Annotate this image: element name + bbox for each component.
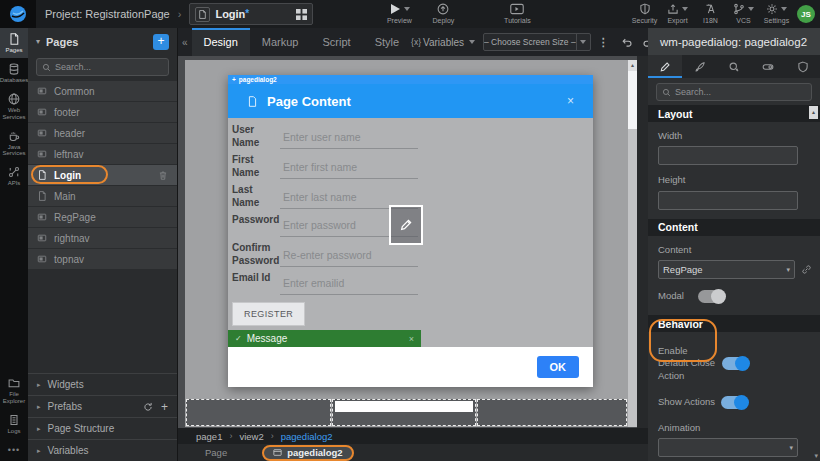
rail-overflow-dots[interactable]: •••: [0, 439, 28, 461]
undo-icon[interactable]: [620, 36, 633, 49]
collapse-triangle-icon[interactable]: ▾: [36, 37, 40, 46]
section-widgets[interactable]: ▸Widgets: [28, 373, 177, 395]
rail-item-logs[interactable]: Logs: [0, 409, 28, 439]
move-icon: +: [232, 76, 236, 83]
rail-item-databases[interactable]: Databases: [0, 58, 28, 88]
tutorials-button[interactable]: Tutorials: [495, 3, 539, 25]
pagedialog-widget[interactable]: + pagedialog2 Page Content × User Name E…: [228, 75, 593, 387]
breadcrumb-item[interactable]: page1: [196, 431, 222, 442]
page-list-item-selected[interactable]: Login: [28, 165, 177, 185]
message-close-icon[interactable]: ×: [409, 334, 414, 344]
more-options-icon[interactable]: ⋮: [598, 40, 609, 44]
canvas-scrollbar[interactable]: ▴: [628, 60, 637, 427]
top-bar: Project: RegistrationPage › Login* Previ…: [0, 0, 820, 28]
message-bar[interactable]: ✓ Message ×: [228, 330, 421, 347]
close-action-toggle[interactable]: [722, 357, 749, 370]
open-page-tab[interactable]: Login*: [189, 3, 313, 25]
deploy-button[interactable]: Deploy: [421, 3, 465, 25]
section-layout[interactable]: Layout: [648, 105, 820, 122]
dialog-close-icon[interactable]: ×: [567, 94, 574, 108]
tab-properties[interactable]: [648, 55, 682, 78]
scroll-down-icon[interactable]: ▾: [814, 452, 818, 460]
tab-device[interactable]: [751, 55, 785, 78]
layout-placeholder[interactable]: [186, 399, 331, 426]
section-behavior[interactable]: Behavior: [648, 315, 820, 332]
height-input[interactable]: [659, 194, 797, 211]
rail-item-apis[interactable]: APIs: [0, 161, 28, 191]
properties-search-input[interactable]: [675, 87, 806, 97]
page-list-item[interactable]: Main: [28, 186, 177, 206]
user-avatar[interactable]: JS: [797, 5, 815, 23]
rail-item-file-explorer[interactable]: File Explorer: [0, 372, 28, 409]
modal-toggle[interactable]: [698, 290, 725, 303]
ok-button[interactable]: OK: [537, 356, 580, 378]
delete-page-icon[interactable]: [158, 170, 168, 181]
page-list-item[interactable]: topnav: [28, 249, 177, 269]
text-input[interactable]: Enter user name: [280, 119, 418, 149]
i18n-button[interactable]: I18N: [694, 3, 727, 25]
tab-security[interactable]: [786, 55, 820, 78]
section-page-structure[interactable]: ▸Page Structure: [28, 417, 177, 439]
unsaved-marker: *: [245, 8, 249, 19]
tab-markup[interactable]: Markup: [250, 28, 311, 56]
variables-dropdown[interactable]: {x}Variables: [411, 37, 475, 48]
section-prefabs[interactable]: ▸Prefabs +: [28, 395, 177, 417]
scrollbar-thumb[interactable]: [628, 71, 637, 129]
register-button[interactable]: REGISTER: [232, 302, 305, 326]
widget-tag[interactable]: + pagedialog2: [228, 75, 593, 84]
close-action-label: Enable Default Close Action: [658, 345, 720, 382]
field-label: User Name: [232, 119, 280, 149]
wavemaker-logo-icon[interactable]: [0, 0, 36, 28]
bind-property-icon[interactable]: [801, 264, 812, 275]
add-page-button[interactable]: +: [153, 34, 169, 50]
vcs-button[interactable]: VCS: [727, 3, 760, 25]
animation-select[interactable]: ▾: [658, 438, 798, 457]
pages-search-input[interactable]: [55, 62, 163, 72]
rail-item-java-services[interactable]: Java Services: [0, 125, 28, 162]
field-label: Email Id: [232, 267, 280, 295]
grid-icon[interactable]: [296, 9, 307, 20]
width-input[interactable]: [659, 149, 797, 166]
security-button[interactable]: Security: [628, 3, 661, 25]
field-label: Password: [232, 209, 280, 237]
active-widget-tab[interactable]: pagedialog2: [262, 445, 353, 461]
page-list-item[interactable]: header: [28, 123, 177, 143]
add-prefab-icon: +: [161, 402, 168, 412]
layout-placeholder[interactable]: [477, 399, 627, 426]
text-input[interactable]: Enter emailid: [280, 267, 418, 295]
page-list-item[interactable]: RegPage: [28, 207, 177, 227]
preview-button[interactable]: Preview: [377, 3, 421, 25]
collapse-panel-icon[interactable]: «: [178, 37, 192, 48]
tab-design[interactable]: Design: [192, 28, 250, 56]
screen-size-select[interactable]: – Choose Screen Size –: [483, 33, 591, 51]
tab-script[interactable]: Script: [311, 28, 363, 56]
edit-widget-button[interactable]: [389, 205, 423, 245]
tab-events[interactable]: [717, 55, 751, 78]
page-list-item[interactable]: footer: [28, 102, 177, 122]
text-input[interactable]: Enter first name: [280, 149, 418, 179]
tab-style[interactable]: Style: [363, 28, 411, 56]
layout-placeholder[interactable]: [332, 399, 476, 426]
design-canvas[interactable]: + pagedialog2 Page Content × User Name E…: [185, 60, 628, 427]
content-select[interactable]: RegPage ▾: [658, 260, 795, 279]
show-actions-toggle[interactable]: [721, 396, 748, 409]
settings-button[interactable]: Settings: [760, 3, 793, 25]
rail-item-web-services[interactable]: Web Services: [0, 88, 28, 125]
section-variables[interactable]: ▸Variables: [28, 439, 177, 461]
page-list-item[interactable]: rightnav: [28, 228, 177, 248]
page-list-item[interactable]: Common: [28, 81, 177, 101]
editor-area: « Design Markup Script Style {x}Variable…: [178, 28, 648, 461]
caret-down-icon: ▾: [786, 266, 790, 274]
tab-styles[interactable]: [682, 55, 716, 78]
properties-search[interactable]: [656, 83, 812, 101]
pages-search[interactable]: [36, 58, 169, 76]
page-list-item[interactable]: leftnav: [28, 144, 177, 164]
form-row: User Name Enter user name: [228, 119, 593, 149]
export-button[interactable]: Export: [661, 3, 694, 25]
dialog-header[interactable]: Page Content ×: [228, 84, 593, 118]
section-content[interactable]: Content: [648, 219, 820, 236]
rail-item-pages[interactable]: Pages: [0, 28, 28, 58]
scroll-up-icon[interactable]: ▴: [809, 106, 818, 119]
breadcrumb-item-active[interactable]: pagedialog2: [281, 431, 333, 442]
breadcrumb-item[interactable]: view2: [239, 431, 263, 442]
